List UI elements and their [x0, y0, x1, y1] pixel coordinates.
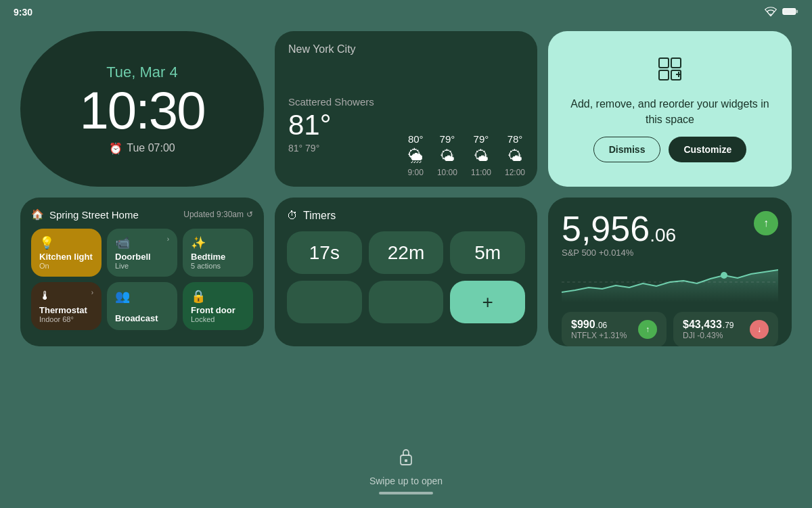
- stocks-chart: [562, 262, 778, 302]
- forecast-2: 79° 🌤 10:00: [437, 133, 457, 177]
- alarm-icon: ⏰: [109, 142, 122, 155]
- ntflx-decimal: .06: [596, 321, 608, 330]
- timers-title: Timers: [303, 210, 336, 222]
- timer-add-button[interactable]: +: [450, 281, 525, 323]
- clock-time: 10:30: [79, 84, 204, 137]
- frontdoor-sub: Locked: [191, 315, 245, 323]
- timers-card: ⏱ Timers 17s 22m 5m +: [275, 198, 537, 346]
- forecast-icon-4: 🌤: [508, 147, 522, 165]
- weather-forecast: 80° 🌦 9:00 79° 🌤 10:00 79° 🌤 11:00 78° 🌤…: [408, 133, 525, 177]
- dismiss-button[interactable]: Dismiss: [593, 137, 661, 162]
- customize-button[interactable]: Customize: [669, 137, 746, 162]
- forecast-1: 80° 🌦 9:00: [408, 133, 424, 177]
- clock-date: Tue, Mar 4: [106, 64, 178, 81]
- swipe-bar[interactable]: [379, 492, 433, 494]
- home-icon: 🏠: [31, 208, 44, 221]
- frontdoor-top: 🔒: [191, 289, 245, 305]
- thermostat-chevron: ›: [91, 289, 93, 296]
- smart-item-kitchen[interactable]: 💡 Kitchen light On: [31, 229, 102, 277]
- smart-home-updated: Updated 9:30am ↺: [183, 210, 253, 219]
- broadcast-top: 👥: [115, 289, 169, 305]
- forecast-icon-2: 🌤: [440, 147, 455, 165]
- kitchen-label: Kitchen light: [39, 252, 93, 262]
- stocks-main-value: 5,956: [562, 211, 650, 246]
- promo-card: Add, remove, and reorder your widgets in…: [548, 31, 792, 187]
- smart-item-bedtime[interactable]: ✨ Bedtime 5 actions: [183, 229, 253, 277]
- smart-item-thermostat[interactable]: 🌡 › Thermostat Indoor 68°: [31, 282, 102, 330]
- status-bar: 9:30: [0, 0, 812, 24]
- weather-city: New York City: [288, 43, 524, 55]
- kitchen-icon: 💡: [39, 235, 54, 250]
- svg-rect-1: [783, 8, 796, 14]
- stocks-main-decimal: .06: [650, 226, 676, 245]
- alarm-time: Tue 07:00: [127, 142, 175, 154]
- forecast-temp-4: 78°: [508, 133, 523, 145]
- kitchen-sub: On: [39, 262, 93, 270]
- ntflx-arrow: ↑: [638, 320, 657, 339]
- doorbell-icon: 📹: [115, 235, 130, 250]
- bedtime-top: ✨: [191, 235, 245, 252]
- smart-item-broadcast[interactable]: 👥 Broadcast: [107, 282, 177, 330]
- broadcast-label: Broadcast: [115, 313, 169, 323]
- kitchen-top: 💡: [39, 235, 93, 252]
- forecast-icon-1: 🌦: [408, 147, 423, 165]
- swipe-text: Swipe up to open: [369, 476, 443, 486]
- timer-clock-icon: ⏱: [287, 210, 298, 222]
- doorbell-chevron: ›: [167, 235, 169, 243]
- smart-home-card: 🏠 Spring Street Home Updated 9:30am ↺ 💡 …: [20, 198, 264, 346]
- doorbell-top: 📹 ›: [115, 235, 169, 252]
- smart-item-doorbell[interactable]: 📹 › Doorbell Live: [107, 229, 177, 277]
- forecast-time-3: 11:00: [471, 168, 491, 177]
- promo-text: Add, remove, and reorder your widgets in…: [567, 97, 773, 127]
- wifi-icon: [765, 7, 777, 18]
- thermostat-label: Thermostat: [39, 305, 93, 315]
- timer-empty-2: [369, 281, 444, 323]
- lock-icon: [398, 447, 414, 470]
- stocks-up-icon: ↑: [754, 211, 778, 235]
- forecast-temp-2: 79°: [440, 133, 455, 145]
- smart-home-title: 🏠 Spring Street Home: [31, 208, 139, 221]
- smart-grid: 💡 Kitchen light On 📹 › Doorbell Live: [31, 229, 253, 326]
- clock-card: Tue, Mar 4 10:30 ⏰ Tue 07:00: [20, 31, 264, 187]
- svg-point-10: [721, 272, 727, 279]
- forecast-icon-3: 🌤: [474, 147, 489, 165]
- smart-home-header: 🏠 Spring Street Home Updated 9:30am ↺: [31, 208, 253, 221]
- dji-value: $43,433: [683, 319, 722, 331]
- stocks-sub-grid: $990 .06 NTFLX +1.31% ↑ $43,433 .79 DJI …: [562, 312, 778, 346]
- timers-header: ⏱ Timers: [287, 210, 525, 222]
- timer-empty-1: [287, 281, 362, 323]
- clock-alarm: ⏰ Tue 07:00: [109, 142, 175, 155]
- broadcast-icon: 👥: [115, 289, 130, 304]
- frontdoor-icon: 🔒: [191, 289, 206, 304]
- svg-rect-2: [796, 9, 798, 12]
- svg-rect-3: [659, 58, 669, 68]
- ntflx-value: $990: [571, 319, 595, 331]
- timer-22m[interactable]: 22m: [369, 231, 444, 274]
- thermostat-sub: Indoor 68°: [39, 315, 93, 323]
- timer-5m[interactable]: 5m: [450, 231, 525, 274]
- svg-rect-4: [671, 58, 681, 68]
- main-grid: Tue, Mar 4 10:30 ⏰ Tue 07:00 New York Ci…: [20, 31, 792, 346]
- doorbell-sub: Live: [115, 262, 169, 270]
- promo-buttons: Dismiss Customize: [593, 137, 747, 162]
- bedtime-label: Bedtime: [191, 252, 245, 262]
- weather-card: New York City Scattered Showers 81° 81° …: [275, 31, 537, 187]
- bedtime-sub: 5 actions: [191, 262, 245, 270]
- smart-item-frontdoor[interactable]: 🔒 Front door Locked: [183, 282, 253, 330]
- doorbell-label: Doorbell: [115, 252, 169, 262]
- timer-17s[interactable]: 17s: [287, 231, 362, 274]
- forecast-3: 79° 🌤 11:00: [471, 133, 491, 177]
- battery-icon: [782, 7, 798, 18]
- frontdoor-label: Front door: [191, 305, 245, 315]
- svg-rect-12: [405, 459, 407, 462]
- dji-arrow: ↓: [750, 320, 769, 339]
- weather-condition: Scattered Showers: [288, 96, 524, 108]
- thermostat-icon: 🌡: [39, 289, 51, 303]
- ntflx-label: NTFLX +1.31%: [571, 331, 627, 340]
- forecast-temp-3: 79°: [474, 133, 489, 145]
- status-time: 9:30: [14, 7, 32, 18]
- bedtime-icon: ✨: [191, 235, 206, 250]
- dji-label: DJI -0.43%: [683, 331, 734, 340]
- refresh-icon[interactable]: ↺: [246, 210, 253, 219]
- forecast-temp-1: 80°: [408, 133, 424, 145]
